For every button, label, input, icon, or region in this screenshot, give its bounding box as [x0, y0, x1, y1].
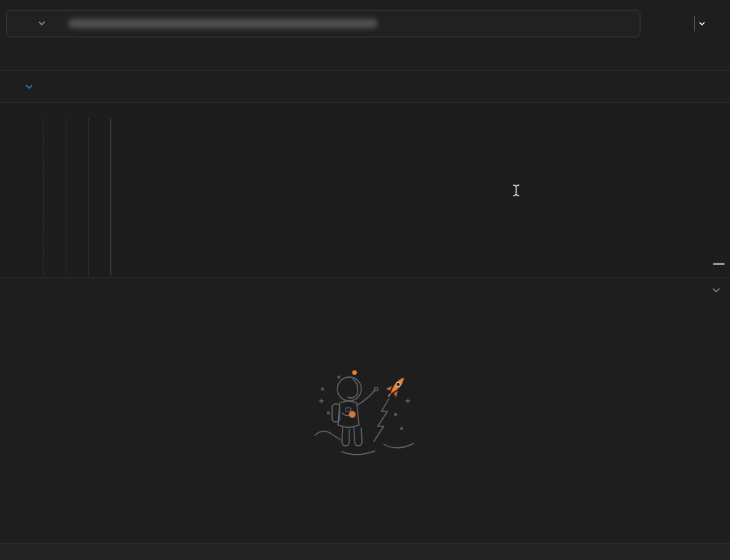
- indent-guide: [43, 119, 44, 276]
- astronaut-rocket-illustration: [312, 367, 417, 464]
- chevron-down-icon: [699, 22, 705, 26]
- method-selector[interactable]: [7, 21, 46, 26]
- language-selector[interactable]: [20, 84, 33, 90]
- response-header[interactable]: [0, 278, 730, 302]
- text-cursor-icon: [512, 184, 520, 200]
- chevron-down-icon[interactable]: [712, 287, 720, 293]
- body-editor[interactable]: [0, 102, 730, 278]
- request-bar: [0, 0, 730, 46]
- status-bar: [0, 543, 730, 560]
- chevron-down-icon: [25, 84, 33, 90]
- url-input[interactable]: [68, 19, 378, 28]
- send-options-button[interactable]: [695, 11, 709, 36]
- body-mode-bar: [0, 71, 730, 102]
- send-label: [646, 11, 694, 36]
- indent-guide: [66, 119, 66, 276]
- indent-guide: [88, 119, 89, 276]
- chevron-down-icon: [38, 21, 46, 26]
- indent-guide-active: [110, 119, 111, 276]
- request-tabs: [0, 46, 730, 71]
- url-container: [6, 10, 640, 37]
- editor-scrollbar-thumb[interactable]: [713, 263, 725, 265]
- send-button[interactable]: [646, 11, 709, 36]
